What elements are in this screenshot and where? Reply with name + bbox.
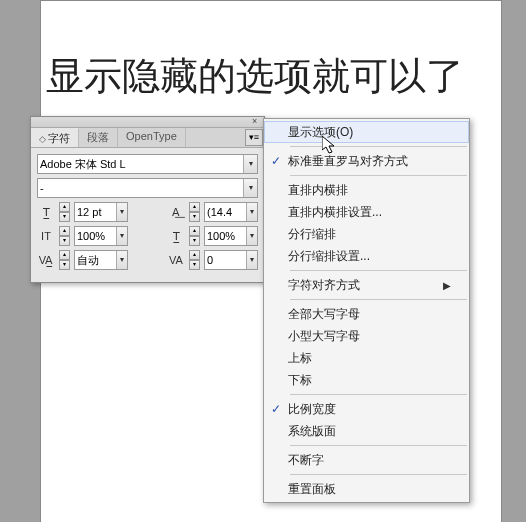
kerning-spinner[interactable]: ▴▾ (59, 250, 70, 270)
vscale-field[interactable]: ▾ (74, 226, 128, 246)
menu-separator (290, 146, 467, 147)
menu-label: 下标 (288, 372, 451, 389)
close-icon[interactable]: × (252, 116, 262, 126)
canvas-text: 显示隐藏的选项就可以了 (46, 51, 464, 102)
menu-label: 分行缩排设置... (288, 248, 451, 265)
menu-show-options[interactable]: 显示选项(O) (264, 121, 469, 143)
menu-label: 直排内横排 (288, 182, 451, 199)
submenu-arrow-icon: ▶ (443, 280, 451, 291)
menu-separator (290, 175, 467, 176)
menu-small-caps[interactable]: 小型大写字母 (264, 325, 469, 347)
menu-separator (290, 394, 467, 395)
hscale-spinner[interactable]: ▴▾ (189, 226, 200, 246)
menu-label: 上标 (288, 350, 451, 367)
font-size-icon: T̲ (37, 206, 55, 219)
vscale-input[interactable] (75, 230, 116, 242)
chevron-down-icon[interactable]: ▾ (116, 227, 127, 245)
menu-char-alignment[interactable]: 字符对齐方式 ▶ (264, 274, 469, 296)
font-style-field[interactable]: ▾ (37, 178, 258, 198)
menu-system-layout[interactable]: 系统版面 (264, 420, 469, 442)
menu-label: 字符对齐方式 (288, 277, 443, 294)
panel-tabs: 字符 段落 OpenType ▾≡ (31, 128, 264, 148)
leading-spinner[interactable]: ▴▾ (189, 202, 200, 222)
hscale-field[interactable]: ▾ (204, 226, 258, 246)
menu-separator (290, 474, 467, 475)
kerning-icon: VA̲ (37, 254, 55, 267)
menu-superscript[interactable]: 上标 (264, 347, 469, 369)
tracking-icon: VA (167, 254, 185, 266)
chevron-down-icon[interactable]: ▾ (243, 179, 257, 197)
tracking-field[interactable]: ▾ (204, 250, 258, 270)
flyout-menu: 显示选项(O) ✓ 标准垂直罗马对齐方式 直排内横排 直排内横排设置... 分行… (263, 118, 470, 503)
menu-all-caps[interactable]: 全部大写字母 (264, 303, 469, 325)
vscale-spinner[interactable]: ▴▾ (59, 226, 70, 246)
menu-label: 比例宽度 (288, 401, 451, 418)
hscale-icon: T̲ (167, 230, 185, 243)
leading-input[interactable] (205, 206, 246, 218)
menu-warichu-settings[interactable]: 分行缩排设置... (264, 245, 469, 267)
menu-proportional-width[interactable]: ✓ 比例宽度 (264, 398, 469, 420)
kerning-field[interactable]: ▾ (74, 250, 128, 270)
check-icon: ✓ (264, 402, 288, 416)
panel-body: ▾ ▾ T̲ ▴▾ ▾ A͟ ▴▾ ▾ IT ▴▾ (31, 148, 264, 282)
chevron-down-icon[interactable]: ▾ (116, 203, 127, 221)
leading-field[interactable]: ▾ (204, 202, 258, 222)
menu-label: 直排内横排设置... (288, 204, 451, 221)
menu-label: 不断字 (288, 452, 451, 469)
menu-label: 显示选项(O) (288, 124, 451, 141)
menu-warichu[interactable]: 分行缩排 (264, 223, 469, 245)
menu-tatechuyoko-settings[interactable]: 直排内横排设置... (264, 201, 469, 223)
font-family-field[interactable]: ▾ (37, 154, 258, 174)
flyout-menu-icon[interactable]: ▾≡ (245, 129, 263, 146)
menu-subscript[interactable]: 下标 (264, 369, 469, 391)
character-panel: × 字符 段落 OpenType ▾≡ ▾ ▾ T̲ ▴▾ ▾ A (30, 116, 265, 283)
chevron-down-icon[interactable]: ▾ (243, 155, 257, 173)
tab-paragraph[interactable]: 段落 (79, 128, 118, 147)
tracking-input[interactable] (205, 254, 246, 266)
menu-label: 分行缩排 (288, 226, 451, 243)
menu-tatechuyoko[interactable]: 直排内横排 (264, 179, 469, 201)
menu-reset-panel[interactable]: 重置面板 (264, 478, 469, 500)
font-size-spinner[interactable]: ▴▾ (59, 202, 70, 222)
tab-character[interactable]: 字符 (31, 128, 79, 147)
kerning-input[interactable] (75, 254, 116, 266)
tracking-spinner[interactable]: ▴▾ (189, 250, 200, 270)
menu-label: 标准垂直罗马对齐方式 (288, 153, 451, 170)
chevron-down-icon[interactable]: ▾ (246, 251, 257, 269)
chevron-down-icon[interactable]: ▾ (246, 203, 257, 221)
panel-titlebar[interactable]: × (31, 117, 264, 128)
font-family-input[interactable] (38, 158, 243, 170)
chevron-down-icon[interactable]: ▾ (246, 227, 257, 245)
font-size-input[interactable] (75, 206, 116, 218)
menu-no-break[interactable]: 不断字 (264, 449, 469, 471)
leading-icon: A͟ (167, 206, 185, 219)
menu-label: 全部大写字母 (288, 306, 451, 323)
menu-label: 重置面板 (288, 481, 451, 498)
menu-standard-vertical-align[interactable]: ✓ 标准垂直罗马对齐方式 (264, 150, 469, 172)
menu-label: 系统版面 (288, 423, 451, 440)
menu-separator (290, 270, 467, 271)
chevron-down-icon[interactable]: ▾ (116, 251, 127, 269)
tab-opentype[interactable]: OpenType (118, 128, 186, 147)
font-style-input[interactable] (38, 182, 243, 194)
font-size-field[interactable]: ▾ (74, 202, 128, 222)
menu-label: 小型大写字母 (288, 328, 451, 345)
menu-separator (290, 299, 467, 300)
hscale-input[interactable] (205, 230, 246, 242)
vscale-icon: IT (37, 230, 55, 242)
menu-separator (290, 445, 467, 446)
check-icon: ✓ (264, 154, 288, 168)
